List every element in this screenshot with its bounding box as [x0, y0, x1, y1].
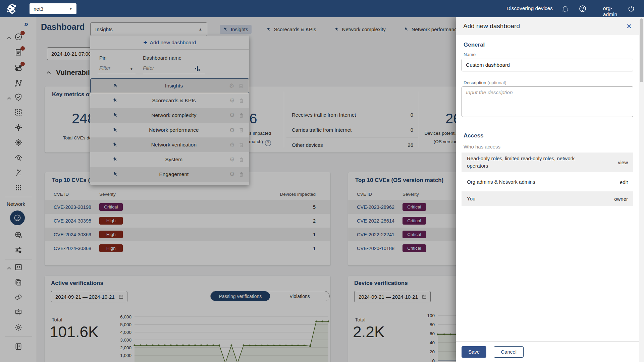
drawer-title: Add new dashboard — [463, 22, 520, 30]
access-level: owner — [614, 196, 628, 202]
top-bar: net3 ▼ Discovering devices org-admin — [0, 0, 644, 17]
add-dashboard-drawer: Add new dashboard × General Name Descrip… — [456, 17, 639, 362]
description-textarea[interactable] — [462, 86, 633, 117]
notifications-bell-icon[interactable] — [561, 5, 569, 13]
application-root: net3 ▼ Discovering devices org-admin — [0, 0, 644, 362]
cancel-button[interactable]: Cancel — [494, 346, 524, 358]
save-button[interactable]: Save — [462, 346, 486, 358]
dashboard-name-input[interactable] — [462, 59, 633, 71]
general-section-title: General — [464, 42, 485, 48]
access-level: view — [618, 160, 628, 165]
tenant-select[interactable]: net3 ▼ — [30, 3, 76, 14]
tenant-name: net3 — [34, 6, 43, 12]
scrollbar-thumb[interactable] — [640, 18, 643, 82]
page-scrollbar[interactable] — [639, 17, 644, 362]
logout-power-icon[interactable] — [627, 5, 635, 13]
access-row-owner: You owner — [462, 191, 633, 206]
help-icon[interactable] — [579, 5, 587, 13]
app-logo-icon — [5, 2, 18, 17]
chevron-down-icon: ▼ — [69, 7, 72, 11]
access-section-title: Access — [464, 132, 484, 139]
who-has-access-label: Who has access — [464, 144, 500, 149]
discovery-status: Discovering devices — [506, 5, 553, 11]
close-icon[interactable]: × — [627, 22, 632, 31]
access-level: edit — [620, 179, 628, 185]
user-name[interactable]: org-admin — [603, 5, 617, 17]
description-label: Description (optional) — [464, 80, 506, 85]
access-row-edit: Org admins & Network admins edit — [462, 175, 633, 189]
name-label: Name — [464, 52, 476, 57]
access-row-view: Read-only roles, limited read-only roles… — [462, 153, 633, 172]
